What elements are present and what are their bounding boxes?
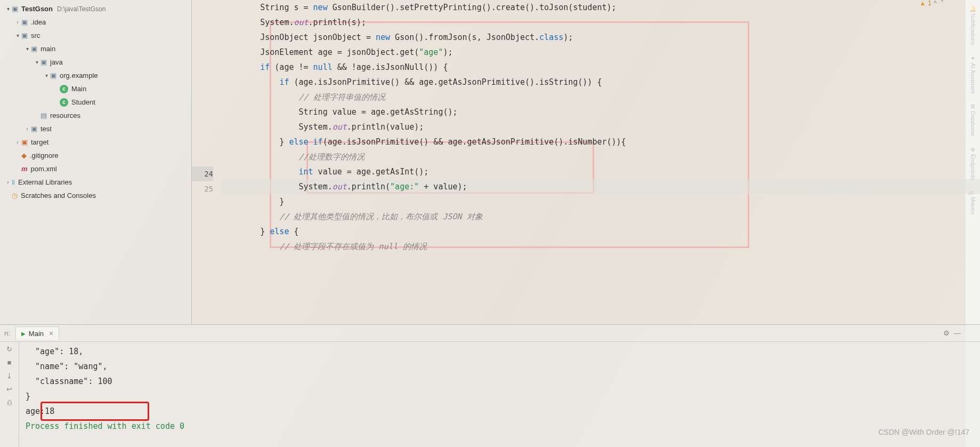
run-tab-label: Main — [29, 330, 44, 338]
run-label: n: — [4, 329, 10, 337]
tree-item-gitignore[interactable]: ◆.gitignore — [0, 149, 191, 162]
run-toolbar-right: ⚙ — — [943, 329, 961, 337]
stop-icon[interactable]: ■ — [7, 358, 12, 366]
tree-label: resources — [50, 111, 80, 119]
gear-icon[interactable]: ⚙ — [943, 329, 950, 337]
soft-wrap-icon[interactable]: ↩ — [6, 385, 12, 393]
line-number: 24 — [192, 166, 213, 181]
rerun-icon[interactable]: ↻ — [6, 345, 12, 353]
play-icon: ▶ — [21, 331, 26, 337]
class-icon: c — [60, 98, 68, 107]
tree-label: test — [41, 125, 52, 133]
chevron-down-icon: ▾ — [43, 73, 50, 78]
tree-item-target[interactable]: ›▣target — [0, 135, 191, 149]
package-icon: ▣ — [50, 71, 56, 79]
class-icon: c — [60, 85, 68, 93]
tree-item-scratches[interactable]: ◷Scratches and Consoles — [0, 189, 191, 202]
chevron-down-icon: ▾ — [33, 59, 41, 65]
close-icon[interactable]: × — [49, 329, 53, 338]
tree-item-java[interactable]: ▾▣java — [0, 55, 191, 69]
resources-icon: ▤ — [41, 111, 47, 119]
output-line: "name": "wang", — [26, 359, 974, 374]
folder-icon: ▣ — [31, 125, 37, 133]
chevron-right-icon: › — [4, 179, 12, 185]
maven-icon: m — [21, 165, 28, 173]
exit-code-line: Process finished with exit code 0 — [26, 419, 974, 434]
run-tool-window: n: ▶ Main × ⚙ — ↻ ■ ⤓ ↩ ⎙ "age": 18, "na… — [0, 324, 980, 447]
output-line: } — [26, 389, 974, 404]
folder-icon: ▣ — [12, 5, 18, 13]
tree-item-test[interactable]: ›▣test — [0, 122, 191, 135]
folder-icon: ▣ — [21, 31, 28, 39]
project-tree: ▾ ▣ TestGson D:\java\TestGson ›▣.idea ▾▣… — [0, 0, 192, 324]
chevron-down-icon: ▾ — [14, 33, 21, 38]
folder-icon: ▣ — [41, 58, 47, 66]
line-number: 25 — [192, 181, 213, 196]
tree-label: target — [31, 138, 48, 146]
run-tabs-bar: n: ▶ Main × ⚙ — — [0, 325, 980, 342]
chevron-right-icon: › — [14, 139, 21, 145]
tree-label: pom.xml — [31, 165, 57, 173]
tree-label: External Libraries — [18, 178, 72, 186]
folder-icon: ▣ — [31, 45, 37, 53]
console-output[interactable]: "age": 18, "name": "wang", "classname": … — [19, 342, 980, 447]
run-tab-main[interactable]: ▶ Main × — [15, 326, 59, 340]
chevron-right-icon: › — [14, 19, 21, 25]
tree-item-idea[interactable]: ›▣.idea — [0, 15, 191, 29]
tree-label: .gitignore — [30, 151, 58, 159]
project-path: D:\java\TestGson — [57, 5, 106, 13]
output-line: age:18 — [26, 404, 974, 419]
tree-item-package[interactable]: ▾▣org.example — [0, 69, 191, 82]
tree-label: org.example — [60, 71, 98, 79]
tree-label: Student — [71, 98, 95, 106]
output-line: "classname": 100 — [26, 374, 974, 389]
tree-item-external-libraries[interactable]: ›⫴External Libraries — [0, 175, 191, 189]
chevron-right-icon: › — [23, 126, 31, 132]
editor-gutter: 24 25 — [192, 0, 217, 324]
chevron-down-icon: ▾ — [4, 6, 12, 12]
tree-item-student-class[interactable]: cStudent — [0, 95, 191, 109]
project-name: TestGson — [21, 5, 53, 13]
tree-item-resources[interactable]: ▤resources — [0, 109, 191, 122]
project-root[interactable]: ▾ ▣ TestGson D:\java\TestGson — [0, 2, 191, 15]
folder-icon: ▣ — [21, 18, 28, 26]
code-text[interactable]: String s = new GsonBuilder().setPrettyPr… — [217, 0, 980, 324]
tree-label: Main — [71, 85, 86, 93]
tree-label: java — [50, 58, 63, 66]
tree-label: Scratches and Consoles — [21, 191, 96, 199]
minimize-icon[interactable]: — — [954, 329, 961, 337]
tree-item-pom[interactable]: mpom.xml — [0, 162, 191, 175]
tree-label: src — [31, 31, 40, 39]
print-icon[interactable]: ⎙ — [7, 398, 12, 406]
scroll-icon[interactable]: ⤓ — [6, 372, 12, 380]
tree-label: .idea — [31, 18, 46, 26]
chevron-down-icon: ▾ — [23, 46, 31, 52]
gitignore-icon: ◆ — [21, 151, 27, 159]
tree-item-src[interactable]: ▾▣src — [0, 29, 191, 42]
code-editor[interactable]: ▲ 1 ^ ˅ 24 25 String s = new GsonBuilder… — [192, 0, 980, 324]
tree-item-main-class[interactable]: cMain — [0, 82, 191, 95]
output-line: "age": 18, — [26, 344, 974, 359]
scratch-icon: ◷ — [12, 191, 18, 199]
tree-label: main — [41, 45, 55, 53]
run-gutter: ↻ ■ ⤓ ↩ ⎙ — [0, 342, 19, 447]
libraries-icon: ⫴ — [12, 178, 15, 187]
tree-item-main[interactable]: ▾▣main — [0, 42, 191, 55]
watermark: CSDN @With Order @!147 — [878, 428, 969, 436]
target-folder-icon: ▣ — [21, 138, 28, 146]
